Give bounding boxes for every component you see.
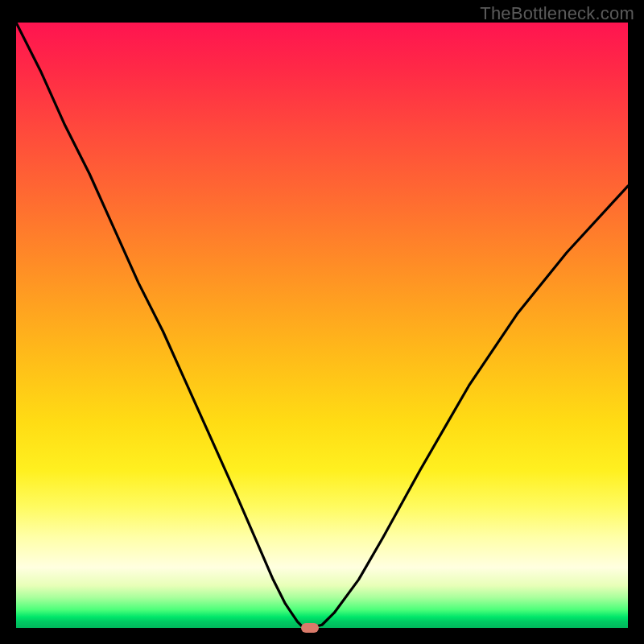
curve-path: [16, 23, 628, 628]
plot-area: [16, 23, 628, 628]
chart-frame: TheBottleneck.com: [0, 0, 644, 644]
watermark-text: TheBottleneck.com: [480, 3, 634, 24]
minimum-marker: [301, 623, 319, 633]
bottleneck-curve: [16, 23, 628, 628]
